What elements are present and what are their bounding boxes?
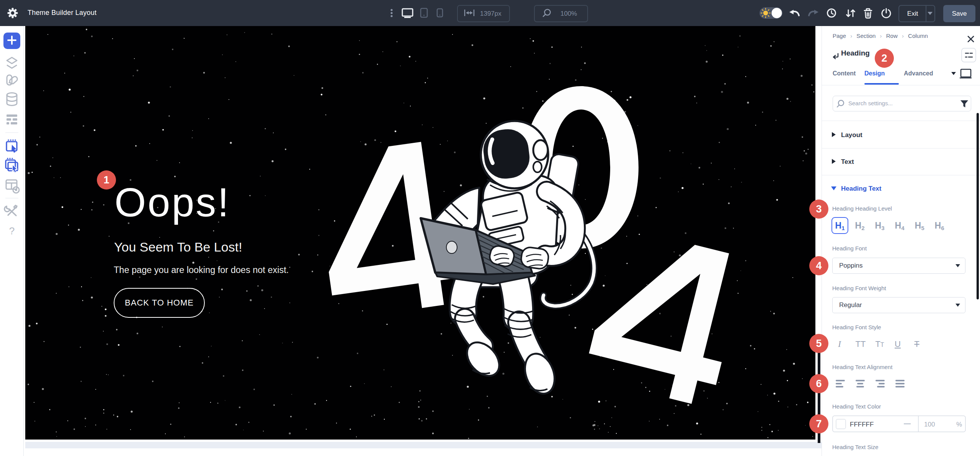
svg-text:H4: H4 <box>895 221 905 231</box>
svg-text:H5: H5 <box>915 221 924 231</box>
svg-text:H3: H3 <box>875 221 885 231</box>
svg-text:%: % <box>956 421 962 428</box>
svg-text:100: 100 <box>924 421 935 428</box>
svg-text:H6: H6 <box>935 221 944 231</box>
svg-text:I: I <box>838 339 841 349</box>
svg-text:TT: TT <box>875 339 884 349</box>
svg-text:FFFFFF: FFFFFF <box>850 421 874 428</box>
svg-text:H2: H2 <box>855 221 865 231</box>
svg-text:T: T <box>914 339 919 349</box>
svg-text:?: ? <box>9 225 15 237</box>
svg-text:TT: TT <box>856 339 866 349</box>
svg-text:U: U <box>895 339 901 349</box>
